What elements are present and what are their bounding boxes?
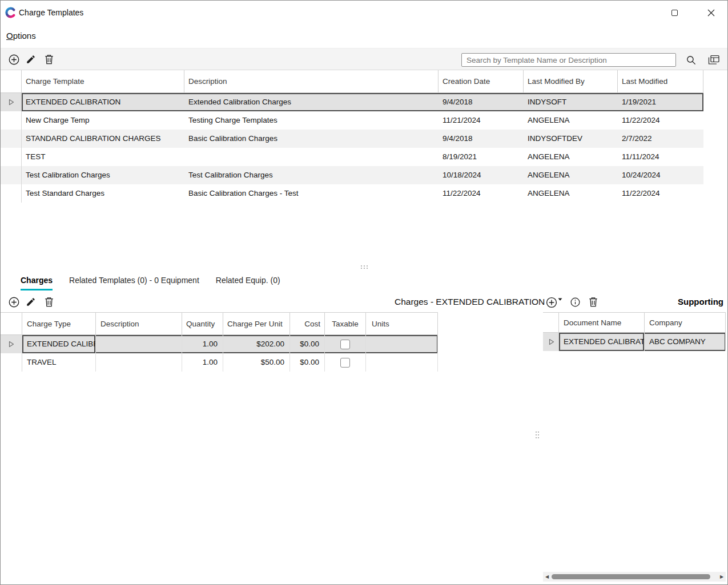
vertical-splitter[interactable] — [533, 312, 542, 570]
cell-charge-template: EXTENDED CALIBRATION — [22, 93, 184, 111]
edit-template-button[interactable] — [22, 50, 39, 68]
splitter-grip-icon — [360, 265, 368, 269]
row-indicator — [1, 166, 22, 184]
cell-description — [96, 353, 182, 372]
cell-charge-template: Test Standard Charges — [22, 184, 184, 203]
cell-last-modified: 11/22/2024 — [618, 111, 703, 130]
cell-cost: $0.00 — [290, 353, 325, 372]
tab-charges[interactable]: Charges — [21, 273, 53, 291]
scrollbar-thumb[interactable] — [552, 574, 710, 579]
search-input[interactable] — [461, 53, 676, 67]
charge-row[interactable]: TRAVEL 1.00 $50.00 $0.00 — [1, 353, 438, 372]
add-charge-button[interactable] — [5, 293, 22, 311]
cell-cost: $0.00 — [290, 335, 325, 353]
maximize-icon — [671, 10, 678, 16]
edit-icon — [26, 54, 36, 64]
column-header-indicator — [1, 70, 22, 93]
cell-description: Extended Calibration Charges — [184, 93, 439, 111]
column-header-charge-per-unit[interactable]: Charge Per Unit — [223, 312, 290, 335]
document-row[interactable]: EXTENDED CALIBRATI ABC COMPANY — [543, 333, 726, 351]
close-button[interactable] — [702, 5, 720, 21]
column-header-indicator — [1, 312, 22, 335]
column-header-cost[interactable]: Cost — [290, 312, 325, 335]
close-icon — [707, 9, 715, 17]
card-view-button[interactable] — [705, 51, 722, 69]
title-bar: Charge Templates — [1, 1, 727, 25]
card-view-icon — [707, 54, 720, 66]
edit-charge-button[interactable] — [22, 293, 39, 311]
tab-related-templates[interactable]: Related Templates (0) - 0 Equipment — [69, 273, 199, 291]
column-header-company[interactable]: Company — [645, 312, 726, 333]
trash-icon — [44, 54, 54, 65]
horizontal-scrollbar[interactable]: ◀ ▶ — [543, 572, 726, 582]
cell-creation-date: 9/4/2018 — [439, 130, 524, 148]
cell-last-modified: 1/19/2021 — [618, 93, 703, 111]
charges-grid: Charge Type Description Quantity Charge … — [1, 312, 438, 372]
document-info-button[interactable] — [566, 293, 584, 311]
column-header-taxable[interactable]: Taxable — [325, 312, 366, 335]
tab-related-equip[interactable]: Related Equip. (0) — [216, 273, 280, 291]
template-row[interactable]: STANDARD CALIBRATION CHARGES Basic Calib… — [1, 130, 703, 148]
maximize-button[interactable] — [665, 5, 683, 21]
template-row[interactable]: Test Standard Charges Basic Calibration … — [1, 184, 703, 203]
menu-options[interactable]: Options — [6, 31, 36, 41]
row-indicator — [1, 130, 22, 148]
scroll-right-arrow-icon[interactable]: ▶ — [718, 572, 726, 582]
template-row[interactable]: EXTENDED CALIBRATION Extended Calibratio… — [1, 93, 703, 111]
column-header-last-modified[interactable]: Last Modified — [618, 70, 703, 93]
charges-panel-title: Charges - EXTENDED CALIBRATION — [395, 292, 545, 312]
row-indicator-icon — [549, 338, 554, 345]
supporting-panel-title: Supporting — [678, 292, 723, 312]
column-header-charge-type[interactable]: Charge Type — [22, 312, 96, 335]
taxable-checkbox[interactable] — [340, 358, 350, 368]
template-row[interactable]: Test Calibration Charges Test Calibratio… — [1, 166, 703, 184]
column-header-last-modified-by[interactable]: Last Modified By — [524, 70, 618, 93]
cell-creation-date: 10/18/2024 — [439, 166, 524, 184]
supporting-grid-header: Document Name Company — [543, 312, 726, 333]
cell-description: Testing Charge Templates — [184, 111, 439, 130]
add-template-button[interactable] — [5, 50, 22, 68]
cell-company: ABC COMPANY — [645, 333, 726, 351]
cell-charge-template: Test Calibration Charges — [22, 166, 184, 184]
cell-last-modified-by: ANGELENA — [524, 184, 618, 203]
cell-units — [366, 353, 438, 372]
column-header-charge-template[interactable]: Charge Template — [22, 70, 184, 93]
taxable-checkbox[interactable] — [340, 340, 350, 349]
templates-grid: Charge Template Description Creation Dat… — [1, 70, 703, 203]
cell-last-modified: 11/22/2024 — [618, 184, 703, 203]
row-indicator-icon — [9, 341, 14, 348]
delete-charge-button[interactable] — [41, 293, 58, 311]
row-indicator-icon — [9, 99, 14, 106]
cell-creation-date: 9/4/2018 — [439, 93, 524, 111]
cell-last-modified: 10/24/2024 — [618, 166, 703, 184]
detail-tabs: Charges Related Templates (0) - 0 Equipm… — [1, 273, 727, 291]
splitter-grip-icon — [535, 431, 540, 439]
search-button[interactable] — [682, 51, 699, 69]
add-dropdown-icon — [545, 295, 564, 309]
column-header-description[interactable]: Description — [96, 312, 182, 335]
row-indicator — [1, 335, 22, 353]
scroll-left-arrow-icon[interactable]: ◀ — [543, 572, 551, 582]
add-icon — [8, 54, 20, 66]
add-document-button[interactable] — [545, 293, 564, 311]
column-header-document-name[interactable]: Document Name — [559, 312, 645, 333]
cell-last-modified: 2/7/2022 — [618, 130, 703, 148]
charge-row[interactable]: EXTENDED CALIBR 1.00 $202.00 $0.00 — [1, 335, 438, 353]
edit-icon — [26, 297, 36, 307]
column-header-creation-date[interactable]: Creation Date — [439, 70, 524, 93]
template-row[interactable]: New Charge Temp Testing Charge Templates… — [1, 111, 703, 130]
delete-document-button[interactable] — [585, 293, 602, 311]
column-header-description[interactable]: Description — [184, 70, 439, 93]
cell-charge-type: TRAVEL — [22, 353, 96, 372]
delete-template-button[interactable] — [41, 50, 58, 68]
column-header-quantity[interactable]: Quantity — [182, 312, 223, 335]
horizontal-splitter[interactable] — [1, 262, 727, 272]
row-indicator — [543, 333, 559, 351]
row-indicator — [1, 93, 22, 111]
cell-description: Basic Calibration Charges — [184, 130, 439, 148]
column-header-units[interactable]: Units — [366, 312, 438, 335]
cell-charge-per-unit: $202.00 — [223, 335, 290, 353]
template-row[interactable]: TEST 8/19/2021 ANGELENA 11/11/2024 — [1, 148, 703, 166]
add-icon — [8, 296, 20, 308]
cell-units — [366, 335, 438, 353]
